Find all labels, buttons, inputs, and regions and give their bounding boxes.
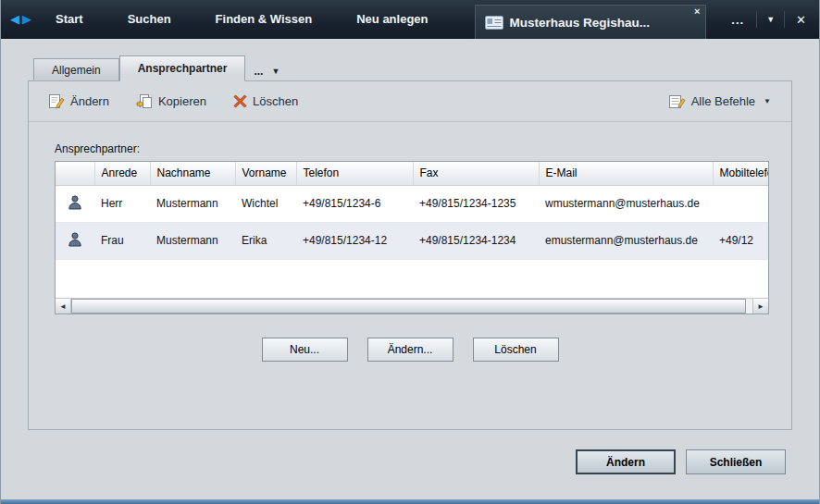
nav-arrows: ◀ ▶ [10, 0, 31, 39]
forward-icon[interactable]: ▶ [22, 0, 31, 39]
edit-button[interactable]: Ändern... [367, 338, 453, 362]
window-bottom-edge [1, 499, 819, 504]
column-header-fax[interactable]: Fax [413, 162, 539, 185]
copy-icon [136, 94, 153, 109]
tabstrip-dropdown-icon[interactable]: ▼ [271, 67, 280, 76]
commands-list-icon [669, 94, 686, 109]
tab-finden-wissen[interactable]: Finden & Wissen [193, 0, 335, 39]
column-header-icon[interactable] [56, 162, 94, 185]
tab-start[interactable]: Start [33, 0, 106, 39]
horizontal-scrollbar[interactable]: ◄ ► [56, 298, 768, 313]
titlebar: ◀ ▶ Start Suchen Finden & Wissen Neu anl… [1, 0, 819, 39]
column-header-nachname[interactable]: Nachname [150, 162, 235, 185]
new-button[interactable]: Neu... [262, 338, 348, 362]
tab-page-panel: Ändern Kopieren Lösche [28, 80, 792, 430]
person-icon [67, 194, 83, 210]
all-commands-button[interactable]: Alle Befehle ▼ [662, 91, 778, 113]
app-window: ◀ ▶ Start Suchen Finden & Wissen Neu anl… [0, 0, 820, 504]
tab-suchen[interactable]: Suchen [106, 0, 193, 39]
scrollbar-thumb[interactable] [71, 299, 746, 313]
scroll-right-button[interactable]: ► [752, 299, 768, 313]
tab-ansprechpartner[interactable]: Ansprechpartner [119, 55, 246, 81]
cell-email: emustermann@musterhaus.de [539, 222, 713, 259]
row-icon-cell [56, 185, 94, 222]
cell-telefon: +49/815/1234-6 [296, 185, 413, 222]
toolbar-edit-button[interactable]: Ändern [42, 91, 117, 113]
cell-mobiltelefon: +49/12 [713, 222, 768, 259]
tab-neu-anlegen[interactable]: Neu anlegen [334, 0, 450, 39]
list-action-buttons: Neu... Ändern... Löschen [29, 338, 791, 362]
titlebar-right-controls: ... ▼ ✕ [725, 11, 812, 28]
cell-nachname: Mustermann [150, 185, 235, 222]
person-icon [67, 231, 83, 247]
chevron-down-icon: ▼ [764, 97, 771, 105]
toolbar: Ändern Kopieren Lösche [29, 81, 791, 122]
delete-x-icon [233, 94, 247, 108]
all-commands-label: Alle Befehle [691, 94, 755, 108]
document-tab-close-icon[interactable]: × [694, 6, 700, 17]
footer-edit-button[interactable]: Ändern [576, 449, 676, 474]
toolbar-copy-button[interactable]: Kopieren [129, 91, 214, 113]
cell-fax: +49/815/1234-1235 [413, 185, 539, 222]
contact-card-icon [485, 16, 503, 30]
window-close-icon[interactable]: ✕ [790, 13, 812, 27]
tab-list-dropdown-icon[interactable]: ▼ [763, 15, 778, 24]
cell-anrede: Herr [94, 185, 150, 222]
document-tab-label: Musterhaus Regishau... [510, 16, 651, 30]
table-row[interactable]: Frau Mustermann Erika +49/815/1234-12 +4… [56, 222, 768, 259]
page-tabstrip: Allgemein Ansprechpartner ... ▼ [33, 55, 819, 80]
footer: Ändern Schließen [576, 449, 786, 474]
contacts-table: Anrede Nachname Vorname Telefon Fax E-Ma… [55, 161, 769, 314]
tab-allgemein[interactable]: Allgemein [33, 58, 119, 80]
column-header-anrede[interactable]: Anrede [94, 162, 150, 185]
list-label: Ansprechpartner: [55, 142, 791, 155]
delete-button[interactable]: Löschen [473, 338, 559, 362]
scrollbar-track[interactable] [746, 299, 752, 313]
toolbar-delete-button[interactable]: Löschen [226, 91, 305, 112]
separator [756, 11, 757, 28]
column-header-email[interactable]: E-Mail [539, 162, 713, 185]
edit-icon [49, 94, 65, 109]
cell-vorname: Erika [235, 222, 296, 259]
tabstrip-overflow-button[interactable]: ... [254, 65, 263, 78]
cell-mobiltelefon [713, 185, 768, 222]
back-icon[interactable]: ◀ [10, 0, 19, 39]
row-icon-cell [56, 222, 94, 259]
table-header-row: Anrede Nachname Vorname Telefon Fax E-Ma… [56, 162, 768, 185]
separator [784, 11, 785, 28]
column-header-vorname[interactable]: Vorname [235, 162, 296, 185]
cell-telefon: +49/815/1234-12 [296, 222, 413, 259]
document-tab[interactable]: Musterhaus Regishau... × [475, 5, 706, 39]
tab-overflow-button[interactable]: ... [725, 13, 751, 27]
cell-email: wmustermann@musterhaus.de [539, 185, 713, 222]
column-header-mobiltelefon[interactable]: Mobiltelefon [713, 162, 768, 185]
toolbar-copy-label: Kopieren [158, 94, 206, 108]
toolbar-edit-label: Ändern [70, 94, 109, 108]
table-row[interactable]: Herr Mustermann Wichtel +49/815/1234-6 +… [56, 185, 768, 222]
column-header-telefon[interactable]: Telefon [296, 162, 413, 185]
footer-close-button[interactable]: Schließen [686, 449, 786, 474]
cell-nachname: Mustermann [150, 222, 235, 259]
cell-fax: +49/815/1234-1234 [413, 222, 539, 259]
cell-vorname: Wichtel [235, 185, 296, 222]
scroll-left-button[interactable]: ◄ [56, 299, 71, 313]
toolbar-delete-label: Löschen [253, 94, 298, 108]
cell-anrede: Frau [94, 222, 150, 259]
